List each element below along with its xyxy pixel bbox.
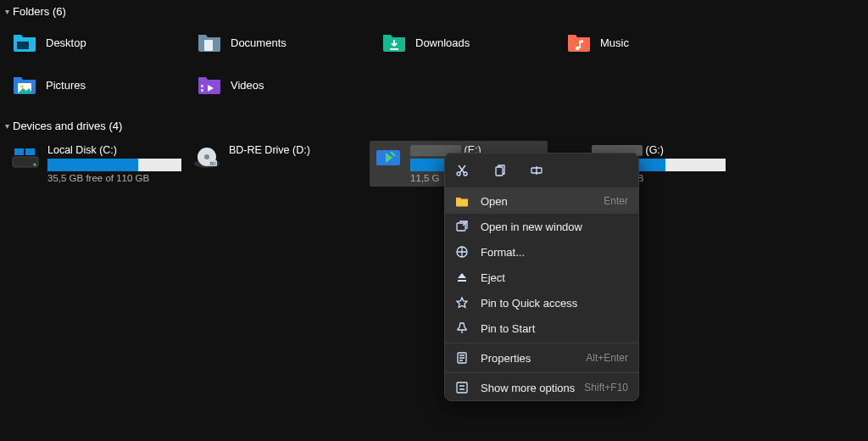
drive-icon: BD [192, 144, 222, 170]
drive-free-text: 35,5 GB free of 110 GB [47, 173, 181, 183]
section-drives-header[interactable]: ▾ Devices and drives (4) [0, 116, 868, 136]
context-menu-show-more-options[interactable]: Show more options Shift+F10 [445, 375, 638, 400]
context-menu-open-in-new-window[interactable]: Open in new window [445, 214, 638, 239]
context-menu-separator [445, 343, 638, 343]
context-menu-item-label: Pin to Quick access [481, 297, 628, 310]
svg-point-22 [457, 172, 460, 176]
videos-folder-icon [197, 74, 222, 96]
svg-rect-0 [17, 42, 29, 49]
music-folder-icon [566, 31, 592, 53]
svg-rect-11 [25, 148, 35, 155]
desktop-folder-icon [12, 31, 37, 53]
context-menu-top-actions [445, 154, 638, 188]
pin-icon [455, 321, 470, 335]
context-menu-item-label: Properties [481, 352, 586, 365]
svg-point-6 [20, 85, 24, 88]
folder-label: Videos [231, 79, 264, 92]
context-menu-format-[interactable]: Format... [445, 239, 638, 265]
svg-rect-7 [201, 85, 203, 87]
context-menu-item-label: Eject [481, 271, 628, 284]
context-menu-item-label: Format... [481, 246, 628, 259]
context-menu-item-shortcut: Enter [604, 195, 628, 207]
svg-rect-8 [201, 89, 203, 92]
downloads-folder-icon [381, 31, 407, 53]
star-icon [455, 296, 470, 310]
context-menu-properties[interactable]: Properties Alt+Enter [445, 345, 638, 371]
context-menu-open[interactable]: Open Enter [445, 188, 638, 214]
svg-rect-24 [496, 167, 503, 176]
drive-info: BD-RE Drive (D:) [229, 144, 363, 183]
svg-point-12 [34, 164, 36, 166]
drive-context-menu: Open Enter Open in new window Format... … [444, 153, 639, 401]
drive-icon [373, 144, 403, 170]
context-menu-eject[interactable]: Eject [445, 265, 638, 290]
drive-name: BD-RE Drive (D:) [229, 144, 363, 156]
folder-music[interactable]: Music [566, 28, 744, 57]
drive-info: Local Disk (C:) 35,5 GB free of 110 GB [47, 144, 181, 183]
chevron-down-icon: ▾ [5, 121, 9, 131]
svg-rect-30 [457, 382, 467, 393]
folder-label: Downloads [415, 36, 470, 49]
drive-name: Local Disk (C:) [47, 144, 181, 156]
drives-grid: Local Disk (C:) 35,5 GB free of 110 GB B… [0, 136, 868, 192]
folder-label: Documents [231, 36, 287, 49]
folder-label: Desktop [46, 36, 86, 49]
context-menu-item-label: Open [481, 195, 604, 208]
section-folders-label: Folders (6) [13, 5, 66, 18]
section-drives-label: Devices and drives (4) [13, 120, 122, 132]
documents-folder-icon [197, 31, 222, 53]
svg-text:BD: BD [210, 161, 216, 166]
drive-item[interactable]: BD BD-RE Drive (D:) [188, 141, 366, 187]
context-menu-item-label: Open in new window [481, 220, 628, 233]
svg-point-23 [464, 172, 467, 176]
rename-button[interactable] [526, 160, 547, 181]
folder-open-icon [455, 194, 470, 208]
folder-label: Pictures [46, 79, 86, 92]
folder-label: Music [600, 36, 629, 49]
svg-rect-1 [204, 40, 213, 51]
folder-desktop[interactable]: Desktop [12, 28, 190, 57]
context-menu-pin-to-quick-access[interactable]: Pin to Quick access [445, 290, 638, 315]
context-menu-item-shortcut: Alt+Enter [586, 352, 628, 364]
folder-documents[interactable]: Documents [197, 28, 375, 57]
context-menu-item-label: Pin to Start [481, 322, 628, 335]
svg-rect-28 [458, 280, 466, 282]
context-menu-item-label: Show more options [481, 382, 584, 394]
context-menu-item-shortcut: Shift+F10 [584, 382, 628, 394]
eject-icon [455, 271, 470, 284]
chevron-down-icon: ▾ [5, 7, 9, 16]
svg-rect-2 [390, 48, 398, 50]
context-menu-pin-to-start[interactable]: Pin to Start [445, 315, 638, 341]
folder-pictures[interactable]: Pictures [12, 70, 190, 99]
svg-rect-10 [14, 148, 24, 155]
section-folders-header[interactable]: ▾ Folders (6) [0, 2, 868, 21]
properties-icon [455, 351, 470, 365]
folder-videos[interactable]: Videos [197, 70, 375, 99]
drive-usage-bar [47, 159, 181, 171]
folder-downloads[interactable]: Downloads [381, 28, 559, 57]
format-icon [455, 245, 470, 259]
copy-button[interactable] [489, 160, 509, 181]
more-icon [455, 381, 470, 394]
svg-point-3 [576, 47, 580, 51]
drive-icon [10, 144, 41, 170]
context-menu-separator [445, 372, 638, 373]
svg-point-15 [204, 154, 209, 159]
pictures-folder-icon [12, 74, 37, 96]
folders-grid: Desktop Documents Downloads Music Pictur… [0, 21, 868, 114]
drive-item[interactable]: Local Disk (C:) 35,5 GB free of 110 GB [7, 141, 185, 187]
new-window-icon [455, 220, 470, 233]
cut-button[interactable] [452, 160, 472, 181]
